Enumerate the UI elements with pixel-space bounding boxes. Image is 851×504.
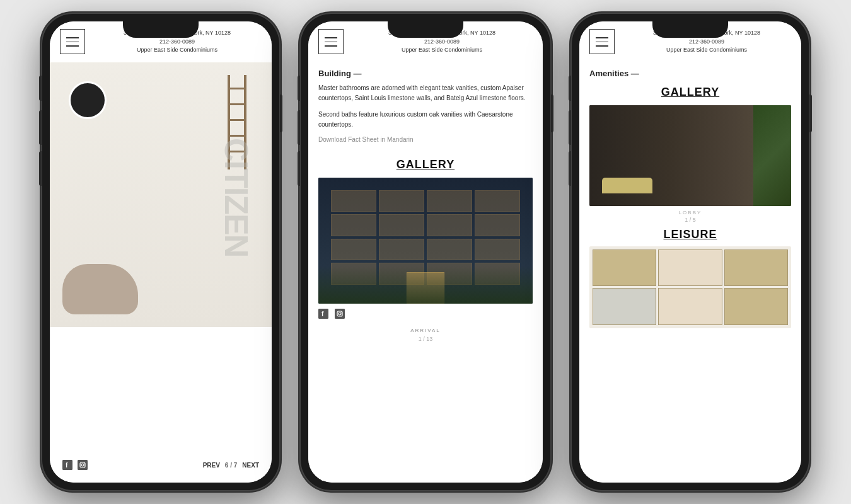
menu-line-3-2 (596, 42, 608, 43)
fp-room-1 (593, 249, 656, 287)
window-12 (475, 239, 520, 261)
menu-line-2-2 (325, 42, 337, 43)
window-5 (331, 214, 376, 236)
screen-content-1: 360 East 89th Street, New York, NY 10128… (50, 21, 272, 483)
fp-room-6 (724, 288, 788, 325)
floorplan-grid (593, 249, 788, 325)
phone-screen-3: 360 East 89th Street, New York, NY 10128… (579, 21, 801, 483)
screen-content-3: 360 East 89th Street, New York, NY 10128… (579, 21, 801, 483)
fp-room-5 (658, 288, 722, 325)
window-11 (427, 239, 472, 261)
screen-content-2: 360 East 89th Street, New York, NY 10128… (308, 21, 543, 483)
window-4 (475, 190, 520, 212)
fp-room-2 (658, 249, 722, 287)
instagram-icon-2[interactable] (335, 309, 345, 319)
menu-line-2-1 (325, 37, 337, 38)
page-counter: 6 / 7 (225, 462, 237, 469)
phone-1: 360 East 89th Street, New York, NY 10128… (41, 13, 281, 491)
svg-rect-8 (335, 309, 345, 319)
phone-3: 360 East 89th Street, New York, NY 10128… (570, 13, 810, 491)
gallery-heading-2: GALLERY (308, 158, 543, 171)
hamburger-menu-button-2[interactable] (318, 29, 344, 54)
social-icons-1: f (62, 460, 88, 470)
lobby-sofa (602, 178, 652, 193)
svg-point-5 (84, 462, 85, 464)
fp-room-3 (724, 249, 788, 287)
menu-line-3 (66, 45, 79, 47)
leisure-heading: LEISURE (579, 228, 801, 241)
facebook-icon-2[interactable]: f (318, 309, 328, 319)
window-2 (379, 190, 424, 212)
menu-line-3-3 (596, 45, 608, 47)
lobby-caption: LOBBY (579, 210, 801, 215)
window-7 (427, 214, 472, 236)
gallery-heading-3: GALLERY (579, 86, 801, 99)
image-caption-2: ARRIVAL (308, 328, 543, 333)
brand-vertical-text: CITIZEN (220, 138, 253, 256)
menu-line-1 (66, 37, 79, 38)
phone-screen-2: 360 East 89th Street, New York, NY 10128… (308, 21, 543, 483)
lobby-plant-wall (753, 105, 791, 206)
menu-line-2 (66, 42, 79, 43)
menu-line-3-1 (596, 37, 608, 38)
hamburger-menu-button-3[interactable] (589, 29, 615, 54)
phone2-social: f (308, 304, 543, 324)
building-paragraph-1: Master bathrooms are adorned with elegan… (308, 83, 543, 103)
dog-figure (62, 264, 138, 314)
hamburger-menu-button[interactable] (60, 29, 85, 54)
window-10 (379, 239, 424, 261)
building-paragraph-2: Second baths feature luxurious custom oa… (308, 110, 543, 130)
svg-point-11 (341, 311, 342, 312)
window-3 (427, 190, 472, 212)
svg-rect-2 (78, 460, 88, 470)
download-fact-sheet-link[interactable]: Download Fact Sheet in Mandarin (308, 136, 543, 153)
window-6 (379, 214, 424, 236)
window-1 (331, 190, 376, 212)
next-button[interactable]: NEXT (242, 462, 259, 469)
phone1-footer: f PREV 6 / 7 NEXT (50, 460, 272, 470)
floorplan-image (589, 246, 791, 328)
lobby-counter: 1 / 5 (579, 217, 801, 223)
window-9 (331, 239, 376, 261)
prev-button[interactable]: PREV (203, 462, 220, 469)
gallery-trees (318, 266, 533, 304)
phone-2: 360 East 89th Street, New York, NY 10128… (299, 13, 552, 491)
amenities-section-title: Amenities — (579, 62, 801, 83)
fp-room-4 (593, 288, 656, 325)
image-counter-2: 1 / 13 (308, 336, 543, 342)
phone-screen-1: 360 East 89th Street, New York, NY 10128… (50, 21, 272, 483)
instagram-icon[interactable] (78, 460, 88, 470)
menu-line-2-3 (325, 45, 337, 47)
lobby-image (589, 105, 791, 206)
mirror-decor (69, 81, 107, 119)
gallery-image-2 (318, 178, 533, 304)
facebook-icon[interactable]: f (62, 460, 72, 470)
hero-image-1: CITIZEN (50, 62, 272, 327)
window-8 (475, 214, 520, 236)
building-section-title: Building — (308, 62, 543, 83)
nav-controls: PREV 6 / 7 NEXT (203, 462, 259, 469)
